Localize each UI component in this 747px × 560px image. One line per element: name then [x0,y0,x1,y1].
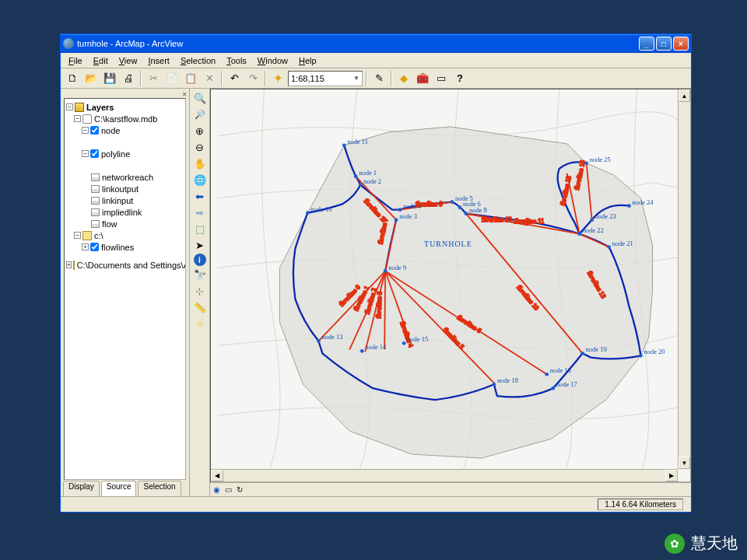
menu-selection[interactable]: Selection [176,54,220,67]
titlebar[interactable]: turnhole - ArcMap - ArcView _ □ × [61,34,691,53]
tree-table[interactable]: linkinput [66,194,184,206]
svg-point-72 [590,218,594,222]
paste-button[interactable]: 📋 [182,70,199,87]
svg-text:node 21: node 21 [612,240,633,247]
menu-help[interactable]: Help [294,54,321,67]
open-button[interactable]: 📂 [82,70,100,87]
window-title: turnhole - ArcMap - ArcView [77,39,639,48]
svg-text:node 14: node 14 [365,343,387,351]
svg-point-56 [402,341,406,345]
scale-combobox[interactable]: 1:68,115▼ [288,71,363,86]
cut-button[interactable]: ✂ [145,70,162,87]
data-view-tab[interactable]: ◉ [213,485,220,494]
fixed-zoom-in-button[interactable]: ⊕ [191,123,209,138]
tab-source[interactable]: Source [101,481,137,496]
layout-view-tab[interactable]: ▭ [225,485,232,494]
pan-tool[interactable]: ✋ [191,156,209,171]
measure-tool[interactable]: 📏 [191,299,209,315]
menu-insert[interactable]: Insert [143,54,174,67]
maximize-button[interactable]: □ [656,37,672,51]
full-extent-button[interactable]: 🌐 [191,172,209,187]
zoom-out-tool[interactable]: 🔎 [191,107,209,122]
zoom-in-tool[interactable]: 🔍 [191,90,209,106]
tab-selection[interactable]: Selection [138,481,181,496]
tree-folder-c[interactable]: −c:\ [66,229,184,241]
coordinates-display: 1.14 6.64 Kilometers [598,499,683,510]
tree-table[interactable]: flow [66,218,184,229]
minimize-button[interactable]: _ [639,37,654,51]
menu-window[interactable]: Window [253,54,293,67]
copy-button[interactable]: 📄 [163,70,181,87]
svg-point-76 [584,161,588,165]
vertical-scrollbar[interactable]: ▲ ▼ [678,89,690,469]
tree-layers-root[interactable]: −Layers [66,101,184,113]
tree-node-layer[interactable]: −node [66,124,184,136]
flowlines-checkbox[interactable] [90,243,99,251]
svg-point-42 [458,205,462,209]
save-button[interactable]: 💾 [101,70,118,87]
map-svg: TURNHOLE flowline 0flowline 1flowline 2f… [211,89,690,481]
editor-toolbar-button[interactable]: ✎ [370,70,388,87]
tree-table[interactable]: networkreach [66,171,184,183]
node-checkbox[interactable] [90,126,99,135]
tree-node-symbol [66,136,184,148]
select-features-tool[interactable]: ⬚ [191,221,209,236]
polyline-checkbox[interactable] [90,149,99,158]
tree-flowlines-layer[interactable]: +flowlines [66,241,184,253]
svg-point-46 [384,269,388,273]
command-line-button[interactable]: ▭ [433,70,450,87]
svg-point-64 [580,352,584,355]
undo-button[interactable]: ↶ [226,70,243,87]
svg-text:node 13: node 13 [321,333,342,341]
select-elements-tool[interactable]: ➤ [191,237,209,253]
arctoolbox-button[interactable]: 🧰 [414,70,431,87]
svg-point-48 [306,211,310,215]
add-data-button[interactable]: ✦ [269,70,286,87]
tree-polyline-layer[interactable]: −polyline [66,148,184,159]
toc-close-button[interactable]: × [182,90,187,99]
svg-text:node 15: node 15 [407,335,428,343]
delete-button[interactable]: ✕ [201,70,218,87]
svg-point-34 [359,183,363,187]
horizontal-scrollbar[interactable]: ◀ ▶ [211,469,678,481]
svg-point-36 [395,218,398,222]
hyperlink-tool[interactable]: ⚡ [191,316,209,331]
redo-button[interactable]: ↷ [244,70,261,87]
tab-display[interactable]: Display [63,481,100,496]
back-extent-button[interactable]: ⬅ [191,188,209,204]
toc-tree[interactable]: −Layers −C:\karstflow.mdb −node −polylin… [64,98,186,480]
refresh-button[interactable]: ↻ [237,485,243,494]
svg-point-50 [342,143,346,147]
tree-folder-docs[interactable]: +C:\Documents and Settings\A [66,259,184,271]
menu-edit[interactable]: Edit [89,54,113,67]
svg-text:node 25: node 25 [590,156,611,163]
svg-point-74 [627,204,631,208]
arccatalog-button[interactable]: ◆ [395,70,412,87]
map-view[interactable]: TURNHOLE flowline 0flowline 1flowline 2f… [210,89,691,482]
svg-text:node 2: node 2 [363,177,381,185]
identify-tool[interactable]: i [194,254,206,266]
app-icon [63,38,74,49]
tree-table[interactable]: impliedlink [66,206,184,218]
tree-db[interactable]: −C:\karstflow.mdb [66,113,184,124]
menu-file[interactable]: File [64,54,87,67]
print-button[interactable]: 🖨 [120,70,137,87]
toc-panel: × −Layers −C:\karstflow.mdb −node −polyl… [61,89,190,496]
menu-view[interactable]: View [114,54,142,67]
svg-text:node 20: node 20 [644,348,665,355]
svg-text:node 16: node 16 [550,366,571,374]
goto-xy-button[interactable]: ⊹ [191,283,209,299]
new-button[interactable]: 🗋 [64,70,81,87]
find-button[interactable]: 🔭 [191,267,209,282]
menu-tools[interactable]: Tools [222,54,251,67]
close-button[interactable]: × [673,37,689,51]
fixed-zoom-out-button[interactable]: ⊖ [191,139,209,155]
svg-text:flowline 12: flowline 12 [482,215,512,223]
tree-table[interactable]: linkoutput [66,183,184,194]
whats-this-button[interactable]: ? [451,70,468,87]
svg-text:node 23: node 23 [595,212,616,220]
svg-text:node 4: node 4 [403,202,422,210]
watermark: ✿ 慧天地 [665,533,738,554]
forward-extent-button[interactable]: ➡ [191,205,209,220]
svg-point-62 [492,383,496,387]
